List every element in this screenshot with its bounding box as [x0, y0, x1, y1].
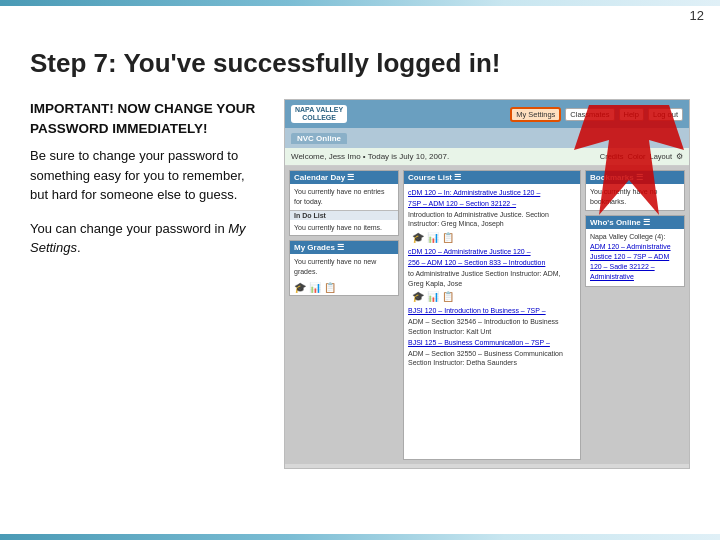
course-link-6[interactable]: BJSI 125 – Business Communication – 7SP …	[408, 338, 576, 348]
grades-body: You currently have no new grades.	[290, 254, 398, 280]
slide-number: 12	[690, 8, 704, 23]
logo-line1: NAPA VALLEY	[295, 106, 343, 114]
chart-icon-2: 📊	[427, 231, 439, 245]
nvc-toolbar: NVC Online	[285, 128, 689, 148]
browser-sim: NAPA VALLEY COLLEGE My Settings Classmat…	[285, 100, 689, 468]
clipboard-icon: 📋	[324, 282, 336, 293]
settings-prefix: You can change your password in	[30, 221, 228, 236]
who-online-header: Who's Online ☰	[586, 216, 684, 229]
important-heading: IMPORTANT! NOW CHANGE YOUR PASSWORD IMME…	[30, 99, 260, 138]
chart-icon: 📊	[309, 282, 321, 293]
welcome-text: Welcome, Jess Imo • Today is July 10, 20…	[291, 152, 449, 161]
who-online-panel: Who's Online ☰ Napa Valley College (4): …	[585, 215, 685, 287]
welcome-bar: Welcome, Jess Imo • Today is July 10, 20…	[285, 148, 689, 166]
chart-icon-3: 📊	[427, 290, 439, 304]
logo-line2: COLLEGE	[295, 114, 343, 122]
online-count: Napa Valley College (4):	[590, 232, 680, 242]
bookmarks-header: Bookmarks ☰	[586, 171, 684, 184]
course-link-3[interactable]: cDM 120 – Administrative Justice 120 –	[408, 247, 576, 257]
course-icons-2: 🎓 📊 📋	[412, 290, 572, 304]
step-title: Step 7: You've successfully logged in!	[30, 48, 690, 79]
grad-icon-2: 🎓	[412, 231, 424, 245]
course-list-panel: Course List ☰ cDM 120 – In: Administrati…	[403, 170, 581, 460]
grades-header: My Grades ☰	[290, 241, 398, 254]
nvc-main-grid: Calendar Day ☰ You currently have no ent…	[285, 166, 689, 464]
grad-icon-3: 🎓	[412, 290, 424, 304]
nvc-header: NAPA VALLEY COLLEGE My Settings Classmat…	[285, 100, 689, 128]
bookmarks-panel: Bookmarks ☰ You currently have no bookma…	[585, 170, 685, 211]
settings-suffix: .	[77, 240, 81, 255]
grades-icons: 🎓 📊 📋	[294, 282, 394, 293]
course-list-header: Course List ☰	[404, 171, 580, 184]
course-instructor-3: Section Instructor: Kalt Unt	[408, 328, 491, 335]
logout-btn[interactable]: Log out	[648, 108, 683, 121]
online-user-1[interactable]: ADM 120 – Administrative Justice 120 – 7…	[590, 242, 680, 281]
body-text: Be sure to change your password to somet…	[30, 146, 260, 205]
grad-icon: 🎓	[294, 282, 306, 293]
who-online-body: Napa Valley College (4): ADM 120 – Admin…	[586, 229, 684, 286]
course-link-5[interactable]: BJSI 120 – Introduction to Business – 7S…	[408, 306, 576, 316]
calendar-body: You currently have no entries for today.	[290, 184, 398, 210]
layout-btn[interactable]: Layout	[649, 152, 672, 161]
left-panel: IMPORTANT! NOW CHANGE YOUR PASSWORD IMME…	[30, 99, 260, 258]
main-content: Step 7: You've successfully logged in! I…	[0, 28, 720, 540]
in-do-list-header: In Do List	[290, 210, 398, 220]
course-icons-1: 🎓 📊 📋	[412, 231, 572, 245]
clipboard-icon-3: 📋	[442, 290, 454, 304]
color-btn[interactable]: Color	[628, 152, 646, 161]
content-row: IMPORTANT! NOW CHANGE YOUR PASSWORD IMME…	[30, 99, 690, 469]
course-link-1[interactable]: cDM 120 – In: Administrative Justice 120…	[408, 188, 576, 198]
right-column: Bookmarks ☰ You currently have no bookma…	[585, 170, 685, 460]
left-column: Calendar Day ☰ You currently have no ent…	[289, 170, 399, 460]
course-link-2[interactable]: 7SP – ADM 120 – Section 32122 –	[408, 199, 576, 209]
course-desc-4: ADM – Section 32550 – Business Communica…	[408, 350, 563, 357]
welcome-right: Credits Color Layout ⚙	[600, 152, 683, 161]
top-accent-bar	[0, 0, 720, 6]
clipboard-icon-2: 📋	[442, 231, 454, 245]
calendar-panel: Calendar Day ☰ You currently have no ent…	[289, 170, 399, 236]
course-list-body: cDM 120 – In: Administrative Justice 120…	[404, 184, 580, 371]
bottom-accent-bar	[0, 534, 720, 540]
course-link-4[interactable]: 256 – ADM 120 – Section 833 – Introducti…	[408, 258, 576, 268]
in-do-list-body: You currently have no items.	[290, 220, 398, 236]
calendar-header: Calendar Day ☰	[290, 171, 398, 184]
classmates-btn[interactable]: Classmates	[565, 108, 614, 121]
nvc-online-tab[interactable]: NVC Online	[291, 133, 347, 144]
course-instructor-4: Section Instructor: Detha Saunders	[408, 359, 517, 366]
grades-panel: My Grades ☰ You currently have no new gr…	[289, 240, 399, 296]
course-desc-3: ADM – Section 32546 – Introduction to Bu…	[408, 318, 559, 325]
help-btn[interactable]: Help	[619, 108, 644, 121]
course-desc-1: Introduction to Administrative Justice.	[408, 211, 524, 218]
settings-text: You can change your password in My Setti…	[30, 219, 260, 258]
course-desc-2: to Administrative Justice	[408, 270, 483, 277]
screenshot-panel: NAPA VALLEY COLLEGE My Settings Classmat…	[284, 99, 690, 469]
bookmarks-body: You currently have no bookmarks.	[586, 184, 684, 210]
my-settings-btn[interactable]: My Settings	[510, 107, 561, 122]
nvc-logo-area: NAPA VALLEY COLLEGE	[291, 105, 347, 124]
nvc-nav-right: My Settings Classmates Help Log out	[510, 107, 683, 122]
credits-btn[interactable]: Credits	[600, 152, 624, 161]
nvc-logo: NAPA VALLEY COLLEGE	[291, 105, 347, 124]
gear-icon[interactable]: ⚙	[676, 152, 683, 161]
